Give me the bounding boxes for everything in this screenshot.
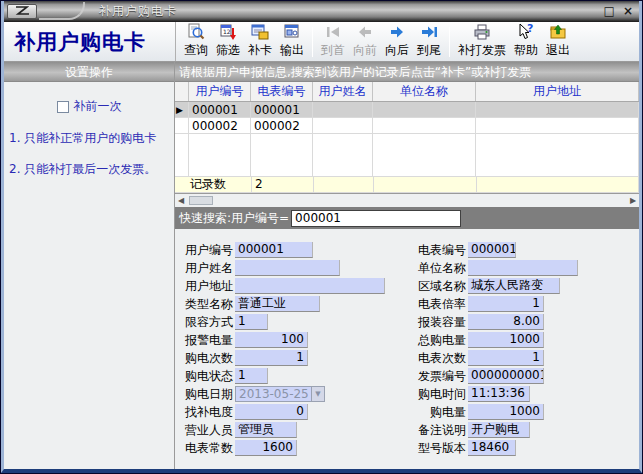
form-row-meter-no: 电表编号 000001 [410,241,639,259]
form-row-purchase-state: 购电状态 1 [177,367,410,385]
exit-button[interactable]: 退出 [543,22,573,60]
quick-search-input[interactable] [291,210,461,227]
meter-ratio-field[interactable]: 1 [468,296,544,312]
purchase-date-field: 2013-05-25▼ [235,386,325,402]
form-row-model-version: 型号版本 18460 [410,439,639,457]
meter-count-field[interactable]: 1 [468,350,544,366]
cell-meter-no: 000002 [251,118,313,133]
first-icon [324,23,342,41]
cell-user-name [313,118,373,133]
toolbar-separator [312,27,313,57]
form-field-label: 总购电量 [410,332,466,349]
search-icon [187,23,205,41]
form-field-label: 购电次数 [177,350,233,367]
toolbar-button-label: 退出 [546,42,570,59]
purchase-time-field[interactable]: 11:13:36 [468,386,530,402]
titlebar-swoosh-decoration [39,2,85,20]
cell-user-no: 000001 [189,102,251,117]
model-version-field[interactable]: 18460 [468,440,516,456]
record-count-value: 2 [252,177,314,192]
svg-text:?: ? [527,23,533,35]
remark-field[interactable]: 开户购电 [468,422,530,438]
toolbar-button-label: 到尾 [417,42,441,59]
form-field-label: 找补电度 [177,404,233,421]
form-field-label: 限容方式 [177,314,233,331]
toolbar-button-label: 查询 [184,42,208,59]
toolbar-button-label: 补打发票 [458,42,506,59]
install-capacity-field[interactable]: 8.00 [468,314,544,330]
form-row-purchase-count: 购电次数 1 [177,349,410,367]
output-button[interactable]: 输出 [277,22,307,60]
purchase-amount-field[interactable]: 1000 [468,404,544,420]
form-row-purchase-time: 购电时间 11:13:36 [410,385,639,403]
go-first-button: 到首 [318,22,348,60]
reissue-card-button[interactable]: 补卡 [245,22,275,60]
scroll-left-arrow-icon[interactable]: ◀ [175,194,187,207]
header-unit-name: 单位名称 [373,82,476,101]
query-button[interactable]: 查询 [181,22,211,60]
total-purchased-field[interactable]: 1000 [468,332,544,348]
form-row-area-name: 区域名称 城东人民路变 [410,277,639,295]
user-name-field[interactable] [235,260,340,276]
form-row-purchase-date: 购电日期 2013-05-25▼ [177,385,410,403]
go-prev-button: 向前 [350,22,380,60]
table-row[interactable]: ▶ 000001 000001 [175,102,639,118]
maximize-button[interactable]: □ [604,1,615,22]
form-field-label: 购电状态 [177,368,233,385]
table-row[interactable]: 000002 000002 [175,118,639,134]
limit-mode-field[interactable]: 1 [235,314,268,330]
toolbar-button-label: 向前 [353,42,377,59]
form-row-invoice-no: 发票编号 0000000001 [410,367,639,385]
toolbar-button-label: 筛选 [216,42,240,59]
application-window: 补用户购电卡 □ × 补用户购电卡 查询 12 筛选 补卡 输出 到首 向前 向… [0,0,643,474]
form-field-label: 用户姓名 [177,260,233,277]
reissue-previous-checkbox[interactable] [57,101,69,113]
form-row-user-address: 用户地址 [177,277,410,295]
operator-field[interactable]: 管理员 [235,422,297,438]
detail-form: 用户编号 000001 用户姓名 用户地址 类型名称 普通工业 限容方式 1 报… [175,229,639,469]
form-row-user-name: 用户姓名 [177,259,410,277]
record-count-label: 记录数 [175,177,252,192]
scroll-right-arrow-icon[interactable]: ▶ [627,194,639,207]
user-no-field[interactable]: 000001 [235,242,313,258]
alarm-power-field[interactable]: 100 [235,332,308,348]
type-name-field[interactable]: 普通工业 [235,296,320,312]
reprint-invoice-button[interactable]: 补打发票 [455,22,509,60]
sidebar-note-1: 1. 只能补正常用户的购电卡 [4,131,174,146]
go-last-button[interactable]: 到尾 [414,22,444,60]
filter-button[interactable]: 12 筛选 [213,22,243,60]
dropdown-arrow-icon: ▼ [311,387,324,401]
unit-name-field[interactable] [468,260,578,276]
sidebar: 设置操作 补前一次 1. 只能补正常用户的购电卡 2. 只能补打最后一次发票。 [4,62,175,469]
filter-icon: 12 [219,23,237,41]
table-empty-area [175,134,639,177]
help-button[interactable]: ? 帮助 [511,22,541,60]
go-next-button[interactable]: 向后 [382,22,412,60]
cell-unit-name [373,118,476,133]
form-row-purchase-amount: 购电量 1000 [410,403,639,421]
meter-no-field[interactable]: 000001 [468,242,516,258]
records-table: 用户编号 电表编号 用户姓名 单位名称 用户地址 ▶ 000001 000001… [175,82,639,194]
user-address-field[interactable] [235,278,385,294]
form-row-operator: 营业人员 管理员 [177,421,410,439]
export-icon [283,23,301,41]
purchase-count-field[interactable]: 1 [235,350,308,366]
row-selector-cell [175,118,189,133]
toolbar-button-label: 补卡 [248,42,272,59]
title-bar: 补用户购电卡 □ × [4,1,639,22]
form-field-label: 电表倍率 [410,296,466,313]
scrollbar-thumb[interactable] [189,196,213,205]
form-row-meter-count: 电表次数 1 [410,349,639,367]
toolbar: 查询 12 筛选 补卡 输出 到首 向前 向后 到尾 补打发票 ? 帮助 退出 [176,22,639,61]
form-field-label: 区域名称 [410,278,466,295]
header-meter-no: 电表编号 [251,82,313,101]
horizontal-scrollbar[interactable]: ◀ ▶ [175,194,639,207]
meter-constant-field[interactable]: 1600 [235,440,297,456]
adjust-power-field[interactable]: 0 [235,404,308,420]
purchase-state-field[interactable]: 1 [235,368,268,384]
invoice-no-field[interactable]: 0000000001 [468,368,544,384]
area-name-field[interactable]: 城东人民路变 [468,278,560,294]
exit-icon [549,23,567,41]
card-icon [251,23,269,41]
close-button[interactable]: × [623,1,633,22]
